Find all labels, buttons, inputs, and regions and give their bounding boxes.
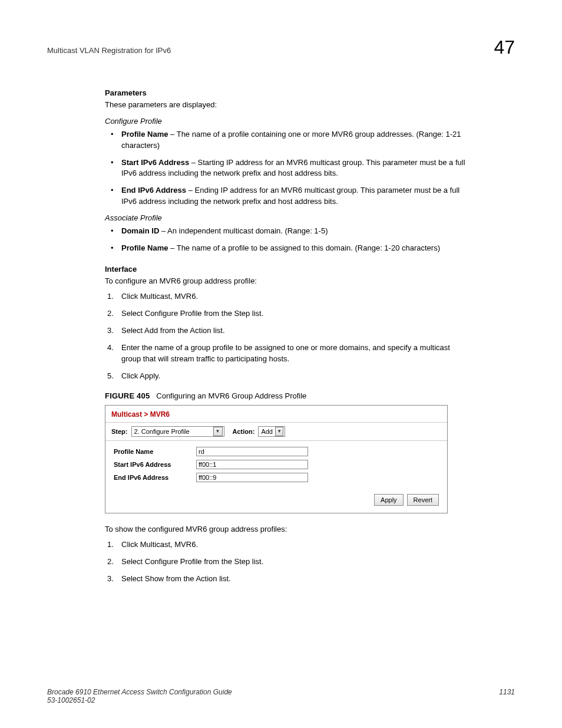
end-ipv6-input[interactable]	[196, 473, 308, 482]
form-row: Profile Name	[114, 447, 439, 456]
step-item: Click Multicast, MVR6.	[105, 539, 470, 551]
configure-profile-subhead: Configure Profile	[105, 117, 470, 126]
form-row: Start IPv6 Address	[114, 460, 439, 469]
step-item: Select Configure Profile from the Step l…	[105, 308, 470, 319]
param-desc: – The name of a profile to be assigned t…	[168, 243, 440, 252]
associate-profile-list: Domain ID – An independent multicast dom…	[105, 226, 470, 254]
list-item: Profile Name – The name of a profile con…	[105, 129, 470, 151]
param-term: Profile Name	[121, 243, 168, 252]
profile-name-input[interactable]	[196, 447, 308, 456]
associate-profile-subhead: Associate Profile	[105, 213, 470, 222]
breadcrumb: Multicast > MVR6	[105, 406, 447, 423]
figure-label: FIGURE 405	[105, 391, 150, 400]
page-footer: Brocade 6910 Ethernet Access Switch Conf…	[47, 688, 515, 704]
step-item: Select Show from the Action list.	[105, 574, 470, 585]
list-item: Profile Name – The name of a profile to …	[105, 243, 470, 254]
step-select-value: 2. Configure Profile	[134, 428, 190, 435]
footer-page-number: 1131	[499, 688, 515, 704]
param-desc: – The name of a profile containing one o…	[121, 130, 461, 150]
running-header: Multicast VLAN Registration for IPv6	[47, 38, 171, 55]
parameters-intro: These parameters are displayed:	[105, 100, 470, 111]
end-ipv6-label: End IPv6 Address	[114, 474, 196, 481]
form-row: End IPv6 Address	[114, 473, 439, 482]
ui-toolbar: Step: 2. Configure Profile ▼ Action: Add…	[105, 423, 447, 441]
interface-heading: Interface	[105, 265, 470, 274]
list-item: Domain ID – An independent multicast dom…	[105, 226, 470, 237]
show-steps: Click Multicast, MVR6. Select Configure …	[105, 539, 470, 585]
action-label: Action:	[233, 428, 255, 435]
param-term: End IPv6 Address	[121, 186, 186, 195]
figure-title: Configuring an MVR6 Group Address Profil…	[156, 391, 306, 400]
param-desc: – An independent multicast domain. (Rang…	[159, 226, 328, 235]
configure-profile-list: Profile Name – The name of a profile con…	[105, 129, 470, 207]
step-select[interactable]: 2. Configure Profile ▼	[131, 426, 224, 437]
action-select-value: Add	[261, 428, 273, 435]
start-ipv6-label: Start IPv6 Address	[114, 461, 196, 468]
configure-steps: Click Multicast, MVR6. Select Configure …	[105, 291, 470, 381]
footer-guide-title: Brocade 6910 Ethernet Access Switch Conf…	[47, 688, 232, 696]
param-term: Profile Name	[121, 130, 168, 139]
step-label: Step:	[111, 428, 128, 435]
start-ipv6-input[interactable]	[196, 460, 308, 469]
button-row: Apply Revert	[105, 488, 447, 513]
interface-intro: To configure an MVR6 group address profi…	[105, 276, 470, 287]
list-item: Start IPv6 Address – Starting IP address…	[105, 157, 470, 180]
chevron-down-icon[interactable]: ▼	[275, 427, 283, 436]
profile-name-label: Profile Name	[114, 448, 196, 455]
param-term: Domain ID	[121, 226, 159, 235]
action-select[interactable]: Add ▼	[258, 426, 285, 437]
footer-doc-id: 53-1002651-02	[47, 696, 232, 704]
chapter-number: 47	[494, 38, 515, 57]
parameters-heading: Parameters	[105, 88, 470, 97]
revert-button[interactable]: Revert	[407, 494, 439, 506]
figure-caption: FIGURE 405 Configuring an MVR6 Group Add…	[105, 391, 470, 400]
figure-ui-panel: Multicast > MVR6 Step: 2. Configure Prof…	[105, 405, 448, 513]
step-item: Select Add from the Action list.	[105, 325, 470, 337]
apply-button[interactable]: Apply	[374, 494, 404, 506]
step-item: Enter the name of a group profile to be …	[105, 342, 470, 365]
ui-form: Profile Name Start IPv6 Address End IPv6…	[105, 441, 447, 488]
step-item: Click Apply.	[105, 371, 470, 382]
step-item: Select Configure Profile from the Step l…	[105, 556, 470, 568]
list-item: End IPv6 Address – Ending IP address for…	[105, 185, 470, 207]
step-item: Click Multicast, MVR6.	[105, 291, 470, 302]
post-figure-intro: To show the configured MVR6 group addres…	[105, 524, 470, 535]
chevron-down-icon[interactable]: ▼	[213, 427, 223, 436]
param-term: Start IPv6 Address	[121, 158, 189, 167]
